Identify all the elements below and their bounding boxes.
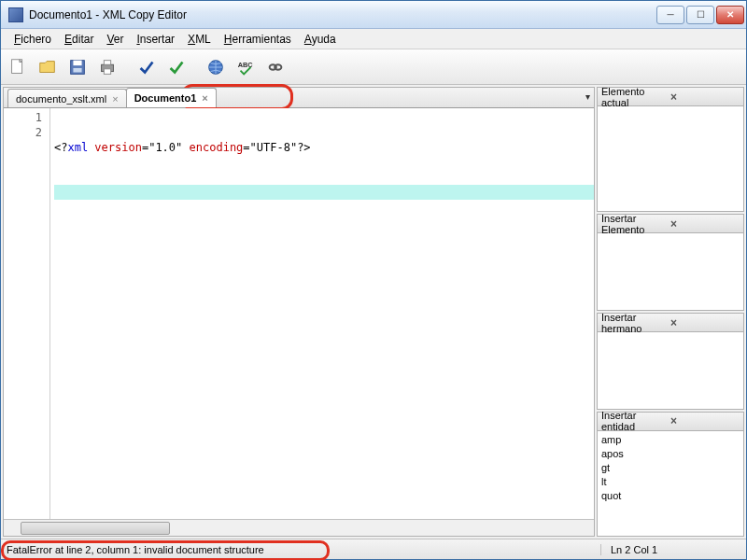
list-item[interactable]: amp: [601, 433, 740, 447]
scrollbar-thumb[interactable]: [21, 522, 170, 535]
link-button[interactable]: [262, 54, 289, 80]
tab-label: documento_xslt.xml: [16, 93, 106, 105]
panel-insert-sibling: Insertar hermano ×: [597, 313, 744, 410]
panel-header[interactable]: Insertar entidad ×: [598, 413, 743, 431]
toolbar: ABC: [1, 49, 746, 85]
menu-xml[interactable]: XML: [182, 31, 217, 48]
horizontal-scrollbar[interactable]: [4, 519, 594, 536]
document-tabs: documento_xslt.xml × Documento1 × ▾: [4, 88, 594, 108]
menu-herramientas[interactable]: Herramientas: [218, 31, 297, 48]
code-line-1[interactable]: <?xml version="1.0" encoding="UTF-8"?>: [54, 140, 594, 155]
panel-body: [598, 233, 743, 310]
entity-list[interactable]: amp apos gt lt quot: [598, 431, 743, 536]
panel-insert-element: Insertar Elemento ×: [597, 214, 744, 311]
editor-pane: documento_xslt.xml × Documento1 × ▾ 1 2 …: [3, 87, 595, 537]
code-editor[interactable]: 1 2 <?xml version="1.0" encoding="UTF-8"…: [4, 108, 594, 519]
status-message: FatalError at line 2, column 1: invalid …: [7, 544, 600, 555]
validate-button[interactable]: [163, 54, 190, 80]
new-file-button[interactable]: [5, 54, 31, 80]
panel-close-icon[interactable]: ×: [670, 217, 740, 231]
print-button[interactable]: [94, 54, 120, 80]
menu-editar[interactable]: Editar: [59, 31, 99, 48]
menubar: Fichero Editar Ver Insertar XML Herramie…: [1, 29, 746, 49]
app-window: Documento1 - XML Copy Editor ─ ☐ ✕ Fiche…: [0, 0, 747, 560]
window-title: Documento1 - XML Copy Editor: [29, 8, 656, 21]
menu-ver[interactable]: Ver: [101, 31, 129, 48]
panel-current-element: Elemento actual ×: [597, 87, 744, 212]
open-file-button[interactable]: [35, 54, 61, 80]
panel-close-icon[interactable]: ×: [670, 91, 740, 104]
list-item[interactable]: gt: [601, 461, 740, 475]
close-button[interactable]: ✕: [716, 6, 744, 24]
panel-body: [598, 332, 743, 409]
menu-fichero[interactable]: Fichero: [8, 31, 57, 48]
check-wellformed-button[interactable]: [134, 54, 160, 80]
panel-close-icon[interactable]: ×: [670, 316, 740, 329]
svg-rect-5: [104, 60, 110, 64]
code-line-2[interactable]: [54, 185, 594, 200]
tabs-dropdown-icon[interactable]: ▾: [585, 91, 590, 102]
maximize-button[interactable]: ☐: [686, 6, 714, 24]
tab-documento1[interactable]: Documento1 ×: [126, 88, 217, 107]
line-gutter: 1 2: [4, 108, 50, 519]
cursor-position: Ln 2 Col 1: [600, 544, 740, 555]
save-button[interactable]: [64, 54, 91, 80]
menu-ayuda[interactable]: Ayuda: [299, 31, 342, 48]
list-item[interactable]: lt: [601, 475, 740, 489]
tab-label: Documento1: [134, 92, 197, 104]
svg-rect-2: [73, 60, 81, 65]
titlebar[interactable]: Documento1 - XML Copy Editor ─ ☐ ✕: [1, 1, 746, 29]
tab-close-icon[interactable]: ×: [112, 93, 118, 105]
list-item[interactable]: quot: [601, 489, 740, 503]
app-icon: [8, 7, 23, 22]
sidebar: Elemento actual × Insertar Elemento × In…: [597, 85, 746, 539]
spellcheck-button[interactable]: ABC: [233, 54, 259, 80]
statusbar: FatalError at line 2, column 1: invalid …: [1, 539, 746, 559]
menu-insertar[interactable]: Insertar: [131, 31, 180, 48]
content-area: documento_xslt.xml × Documento1 × ▾ 1 2 …: [1, 85, 746, 539]
panel-insert-entity: Insertar entidad × amp apos gt lt quot: [597, 412, 744, 537]
panel-close-icon[interactable]: ×: [670, 414, 740, 427]
tab-close-icon[interactable]: ×: [202, 92, 207, 104]
panel-header[interactable]: Elemento actual ×: [598, 88, 743, 106]
list-item[interactable]: apos: [601, 447, 740, 461]
browser-button[interactable]: [203, 54, 229, 80]
panel-header[interactable]: Insertar Elemento ×: [598, 215, 743, 233]
panel-body: [598, 106, 743, 211]
minimize-button[interactable]: ─: [656, 6, 684, 24]
code-area[interactable]: <?xml version="1.0" encoding="UTF-8"?>: [50, 108, 594, 519]
tab-documento-xslt[interactable]: documento_xslt.xml ×: [7, 89, 127, 107]
svg-rect-6: [104, 68, 110, 74]
svg-rect-3: [73, 67, 81, 72]
panel-header[interactable]: Insertar hermano ×: [598, 314, 743, 332]
